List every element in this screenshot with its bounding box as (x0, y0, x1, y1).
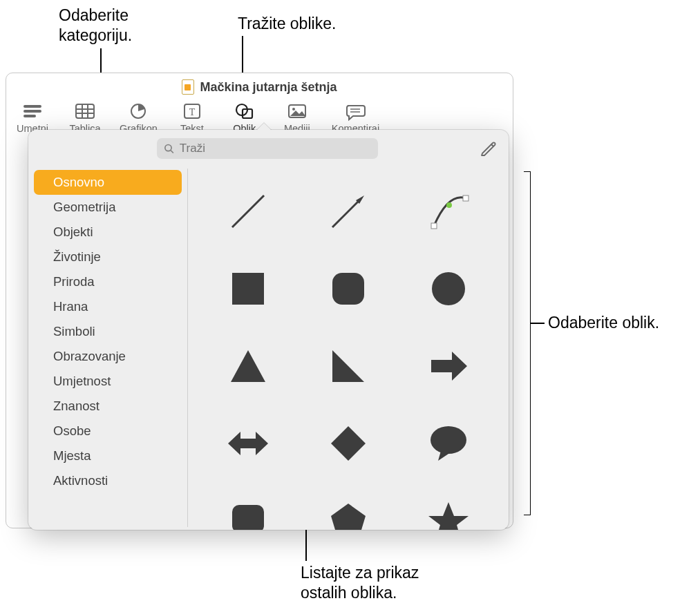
shape-speech-bubble[interactable] (421, 416, 476, 471)
triangle-icon (224, 342, 272, 390)
shape-line[interactable] (220, 184, 276, 239)
svg-line-19 (232, 195, 264, 227)
arrow-line-icon (324, 187, 372, 236)
svg-point-33 (431, 426, 466, 454)
titlebar: Mačkina jutarnja šetnja (6, 73, 513, 101)
category-item[interactable]: Priroda (34, 269, 182, 294)
draw-shape-icon[interactable] (480, 140, 498, 157)
shape-icon (233, 101, 256, 122)
curve-icon (424, 187, 473, 236)
svg-marker-37 (331, 504, 366, 530)
search-icon (164, 143, 174, 154)
svg-line-20 (332, 200, 360, 227)
popover-body: OsnovnoGeometrijaObjektiŽivotinjePriroda… (28, 166, 509, 530)
media-icon (285, 101, 309, 122)
callout-search-label: Tražite oblike. (238, 14, 336, 34)
category-sidebar: OsnovnoGeometrijaObjektiŽivotinjePriroda… (28, 166, 187, 530)
category-item[interactable]: Obrazovanje (34, 344, 182, 369)
speech-bubble-icon (424, 419, 473, 468)
rounded-square-icon (324, 265, 372, 313)
square-icon (224, 265, 272, 313)
toolbar-chart[interactable]: Grafikon (120, 101, 158, 134)
search-row (28, 130, 509, 166)
svg-marker-29 (332, 350, 364, 382)
right-triangle-icon (324, 342, 372, 390)
svg-marker-31 (228, 432, 268, 455)
svg-point-14 (292, 108, 295, 111)
shape-square[interactable] (220, 261, 276, 316)
shape-triangle[interactable] (220, 338, 276, 394)
svg-line-18 (171, 151, 173, 153)
toolbar-media[interactable]: Mediji (279, 101, 315, 134)
toolbar-insert[interactable]: Umetni (15, 101, 50, 134)
svg-marker-34 (438, 451, 451, 461)
document-title: Mačkina jutarnja šetnja (200, 80, 337, 95)
svg-rect-26 (332, 273, 364, 305)
category-item[interactable]: Aktivnosti (34, 468, 182, 493)
circle-icon (424, 265, 473, 313)
shape-arrow-right[interactable] (421, 338, 476, 394)
svg-point-27 (432, 272, 465, 305)
shape-circle[interactable] (421, 261, 476, 316)
shape-right-triangle[interactable] (321, 338, 376, 394)
svg-rect-3 (76, 104, 94, 118)
svg-rect-25 (232, 273, 264, 305)
callout-select-shape-label: Odaberite oblik. (548, 313, 659, 333)
svg-rect-2 (23, 115, 36, 117)
svg-rect-1 (23, 110, 41, 113)
arrow-right-icon (424, 342, 473, 390)
callout-select-shape-line (531, 323, 545, 324)
svg-rect-22 (431, 223, 437, 229)
shape-pentagon[interactable] (321, 493, 376, 530)
category-item[interactable]: Geometrija (34, 195, 182, 220)
callout-scroll-label: Listajte za prikaz ostalih oblika. (301, 563, 419, 603)
shape-curve[interactable] (421, 184, 476, 239)
chart-icon (126, 101, 150, 122)
search-box[interactable] (157, 138, 378, 159)
svg-rect-0 (23, 105, 41, 108)
line-icon (224, 187, 272, 236)
svg-rect-35 (232, 505, 264, 530)
shape-star[interactable] (421, 493, 476, 530)
document-icon (182, 79, 194, 95)
category-item[interactable]: Osnovno (34, 170, 182, 195)
category-item[interactable]: Mjesta (34, 443, 182, 468)
search-input[interactable] (180, 142, 371, 155)
category-item[interactable]: Životinje (34, 245, 182, 269)
svg-marker-38 (428, 502, 469, 530)
toolbar-text[interactable]: T Tekst (174, 101, 210, 134)
category-item[interactable]: Objekti (34, 220, 182, 245)
shape-callout-rect[interactable] (220, 493, 276, 530)
svg-text:T: T (189, 107, 196, 117)
svg-point-17 (165, 144, 171, 151)
comment-icon (343, 101, 367, 122)
svg-marker-30 (431, 352, 467, 381)
shape-rounded-square[interactable] (321, 261, 376, 316)
insert-icon (21, 101, 44, 122)
shape-double-arrow[interactable] (220, 416, 276, 471)
category-item[interactable]: Hrana (34, 294, 182, 319)
shapes-popover: OsnovnoGeometrijaObjektiŽivotinjePriroda… (28, 130, 509, 530)
shape-arrow-line[interactable] (321, 184, 376, 239)
callout-category-label: Odaberite kategoriju. (59, 6, 132, 46)
double-arrow-icon (224, 419, 272, 468)
category-item[interactable]: Znanost (34, 394, 182, 419)
category-item[interactable]: Osobe (34, 419, 182, 443)
svg-marker-32 (331, 426, 366, 461)
toolbar-comment[interactable]: Komentiraj (332, 101, 379, 134)
callout-select-shape-bracket (524, 171, 531, 515)
svg-marker-28 (231, 350, 265, 382)
category-item[interactable]: Umjetnost (34, 369, 182, 394)
table-icon (73, 101, 97, 122)
diamond-icon (324, 419, 372, 468)
callout-rect-icon (224, 497, 272, 530)
svg-rect-23 (463, 195, 469, 201)
shapes-grid[interactable] (188, 166, 509, 530)
svg-point-24 (446, 202, 452, 208)
shape-diamond[interactable] (321, 416, 376, 471)
text-icon: T (180, 101, 204, 122)
category-item[interactable]: Simboli (34, 319, 182, 344)
pentagon-icon (324, 497, 372, 530)
toolbar-table[interactable]: Tablica (67, 101, 103, 134)
star-icon (424, 497, 473, 530)
